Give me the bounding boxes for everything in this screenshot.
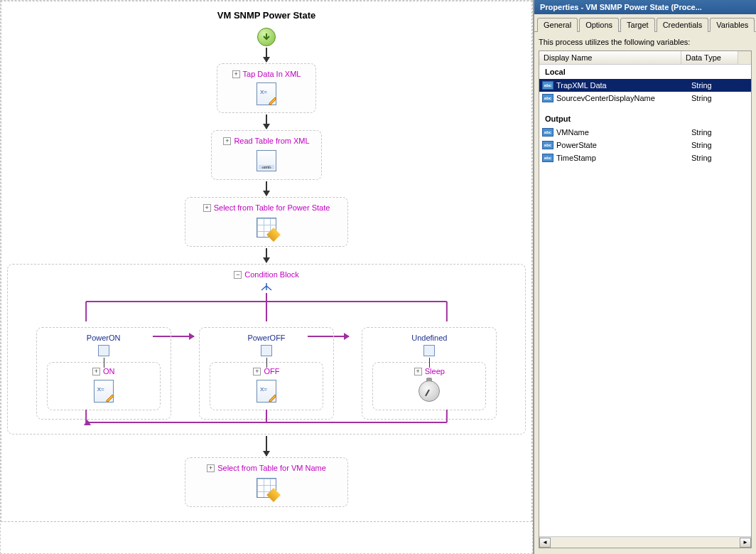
var-type: String xyxy=(691,141,745,149)
variable-icon: abc xyxy=(542,93,554,103)
branch-icon xyxy=(261,345,272,356)
activity-label: Tap Data In XML xyxy=(243,70,301,78)
expand-icon[interactable]: + xyxy=(92,368,100,375)
flow-arrow xyxy=(266,181,267,196)
sub-label: OFF xyxy=(264,367,279,375)
xml-icon xyxy=(255,149,278,172)
branch-icon xyxy=(98,345,109,356)
tab-variables[interactable]: Variables xyxy=(710,18,755,32)
scroll-right-button[interactable]: ► xyxy=(740,538,751,548)
var-name: TimeStamp xyxy=(556,154,691,162)
connector xyxy=(429,358,430,368)
activity-label: Read Table from XML xyxy=(234,137,309,145)
workflow-container: VM SNMP Power State + Tap Data In XML + … xyxy=(1,1,532,522)
var-type: String xyxy=(691,94,745,102)
connector xyxy=(266,358,267,368)
var-type: String xyxy=(691,128,745,137)
activity-select-vmname[interactable]: + Select from Table for VM Name xyxy=(185,457,348,507)
branch-title: PowerON xyxy=(47,334,161,342)
branch-poweroff[interactable]: PowerOFF + OFF xyxy=(199,327,334,420)
sub-activity-sleep[interactable]: + Sleep xyxy=(372,362,486,410)
var-name: VMName xyxy=(556,128,691,137)
sub-activity-off[interactable]: + OFF xyxy=(210,362,323,410)
collapse-icon[interactable]: − xyxy=(234,271,242,279)
tab-credentials[interactable]: Credentials xyxy=(657,18,709,32)
activity-tap-data[interactable]: + Tap Data In XML xyxy=(217,63,316,113)
expand-icon[interactable]: + xyxy=(232,70,240,78)
flow-arrow xyxy=(266,114,267,129)
tab-options[interactable]: Options xyxy=(579,18,619,32)
section-output: Output xyxy=(539,112,751,126)
connector xyxy=(104,358,104,368)
doc-edit-icon xyxy=(255,82,278,105)
flow-arrow xyxy=(266,436,267,456)
panel-body: This process utilizes the following vari… xyxy=(534,32,756,554)
table-header: Display Name Data Type xyxy=(539,51,751,65)
var-name: TrapXML Data xyxy=(556,81,691,90)
branch-undefined[interactable]: Undefined + Sleep xyxy=(362,327,497,420)
tab-general[interactable]: General xyxy=(537,18,578,32)
doc-edit-icon xyxy=(255,380,278,403)
workflow-canvas[interactable]: VM SNMP Power State + Tap Data In XML + … xyxy=(0,0,533,554)
sub-activity-on[interactable]: + ON xyxy=(47,362,161,410)
table-row[interactable]: abc TrapXML Data String xyxy=(539,79,751,92)
merge-connectors xyxy=(29,410,504,435)
var-name: PowerState xyxy=(556,141,691,149)
expand-icon[interactable]: + xyxy=(414,368,422,375)
var-type: String xyxy=(691,81,745,90)
tab-target[interactable]: Target xyxy=(620,18,655,32)
section-local: Local xyxy=(539,65,751,79)
scroll-left-button[interactable]: ◄ xyxy=(539,538,551,548)
branch-connectors xyxy=(29,293,504,329)
tabs-row: General Options Target Credentials Varia… xyxy=(534,14,756,32)
horizontal-scrollbar[interactable]: ◄ ► xyxy=(539,536,751,548)
variable-icon: abc xyxy=(542,140,554,150)
var-name: SourcevCenterDisplayName xyxy=(556,94,691,102)
table-row[interactable]: abc SourcevCenterDisplayName String xyxy=(539,92,751,105)
condition-branches: PowerON + ON PowerOFF xyxy=(22,327,511,420)
start-arrow-icon xyxy=(261,32,271,42)
expand-icon[interactable]: + xyxy=(253,368,261,375)
process-title: VM SNMP Power State xyxy=(1,10,531,21)
variable-icon: abc xyxy=(542,153,554,163)
table-row[interactable]: abc TimeStamp String xyxy=(539,151,751,164)
expand-icon[interactable]: + xyxy=(203,204,211,212)
start-node[interactable] xyxy=(257,28,276,46)
column-header-name[interactable]: Display Name xyxy=(539,51,681,64)
column-header-type[interactable]: Data Type xyxy=(681,51,738,64)
condition-label: Condition Block xyxy=(244,270,298,279)
scroll-track[interactable] xyxy=(551,538,740,548)
activity-select-power[interactable]: + Select from Table for Power State xyxy=(185,197,348,247)
branch-title: PowerOFF xyxy=(210,334,323,342)
activity-read-table[interactable]: + Read Table from XML xyxy=(211,130,321,180)
expand-icon[interactable]: + xyxy=(223,137,231,145)
flow-arrow xyxy=(266,48,267,62)
panel-title: Properties - VM SNMP Power State (Proce.… xyxy=(534,0,756,14)
doc-edit-icon xyxy=(92,380,115,403)
variable-icon: abc xyxy=(542,127,554,137)
table-select-icon xyxy=(255,476,278,499)
condition-block[interactable]: − Condition Block xyxy=(7,264,526,435)
table-row[interactable]: abc PowerState String xyxy=(539,139,751,151)
variables-table[interactable]: Display Name Data Type Local abc TrapXML… xyxy=(539,50,752,548)
properties-panel: Properties - VM SNMP Power State (Proce.… xyxy=(533,0,756,554)
sub-label: Sleep xyxy=(425,367,445,375)
var-type: String xyxy=(691,154,745,162)
variable-icon: abc xyxy=(542,80,554,90)
expand-icon[interactable]: + xyxy=(207,464,215,472)
flow-arrow xyxy=(266,248,267,262)
split-icon xyxy=(259,282,274,292)
table-select-icon xyxy=(255,216,278,239)
branch-poweron[interactable]: PowerON + ON xyxy=(36,327,171,420)
activity-label: Select from Table for VM Name xyxy=(217,464,326,472)
branch-icon xyxy=(423,345,435,356)
table-row[interactable]: abc VMName String xyxy=(539,126,751,139)
sub-label: ON xyxy=(103,367,115,375)
intro-text: This process utilizes the following vari… xyxy=(539,38,752,46)
branch-title: Undefined xyxy=(372,334,486,342)
activity-label: Select from Table for Power State xyxy=(214,203,330,212)
timer-icon xyxy=(418,380,441,403)
